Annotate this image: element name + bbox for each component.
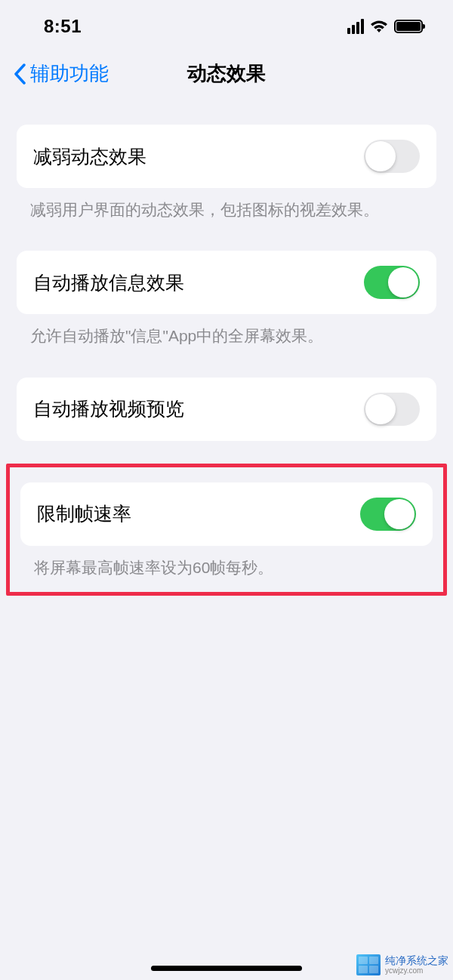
toggle-autoplay-video[interactable] xyxy=(364,393,420,426)
wifi-icon xyxy=(370,20,388,33)
setting-row-autoplay-video[interactable]: 自动播放视频预览 xyxy=(17,378,436,441)
back-label: 辅助功能 xyxy=(30,60,109,87)
chevron-left-icon xyxy=(14,63,26,85)
toggle-autoplay-messages[interactable] xyxy=(364,266,420,299)
setting-row-reduce-motion[interactable]: 减弱动态效果 xyxy=(17,125,436,188)
setting-row-limit-framerate[interactable]: 限制帧速率 xyxy=(20,482,433,546)
settings-content: 减弱动态效果 减弱用户界面的动态效果，包括图标的视差效果。 自动播放信息效果 允… xyxy=(0,108,453,596)
setting-row-autoplay-messages[interactable]: 自动播放信息效果 xyxy=(17,251,436,314)
watermark-logo-icon xyxy=(356,954,381,975)
setting-label: 限制帧速率 xyxy=(37,501,131,526)
setting-label: 自动播放视频预览 xyxy=(33,396,184,421)
page-title: 动态效果 xyxy=(187,60,266,87)
toggle-reduce-motion[interactable] xyxy=(364,140,420,173)
status-icons xyxy=(347,19,423,34)
toggle-limit-framerate[interactable] xyxy=(360,498,416,531)
watermark: 纯净系统之家 ycwjzy.com xyxy=(356,954,448,975)
back-button[interactable]: 辅助功能 xyxy=(14,60,109,87)
navigation-bar: 辅助功能 动态效果 xyxy=(0,45,453,108)
watermark-url: ycwjzy.com xyxy=(385,966,448,975)
status-time: 8:51 xyxy=(44,16,82,37)
home-indicator[interactable] xyxy=(151,966,302,971)
setting-footer: 允许自动播放"信息"App中的全屏幕效果。 xyxy=(0,314,453,365)
watermark-name: 纯净系统之家 xyxy=(385,955,448,966)
setting-footer: 将屏幕最高帧速率设为60帧每秒。 xyxy=(10,546,443,586)
highlight-annotation: 限制帧速率 将屏幕最高帧速率设为60帧每秒。 xyxy=(6,464,447,596)
setting-label: 减弱动态效果 xyxy=(33,144,146,169)
battery-icon xyxy=(394,20,423,33)
setting-label: 自动播放信息效果 xyxy=(33,270,184,295)
cellular-signal-icon xyxy=(347,19,364,34)
status-bar: 8:51 xyxy=(0,0,453,45)
setting-footer: 减弱用户界面的动态效果，包括图标的视差效果。 xyxy=(0,188,453,239)
